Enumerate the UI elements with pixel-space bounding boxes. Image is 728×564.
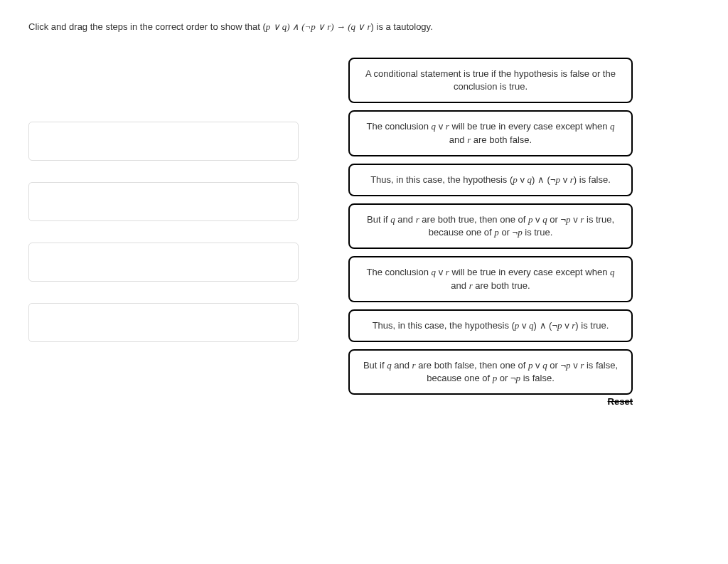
text-segment: v xyxy=(562,320,572,331)
drop-column xyxy=(28,58,299,342)
reset-button[interactable]: Reset xyxy=(608,396,633,407)
text-segment: v xyxy=(532,360,542,371)
text-segment: v xyxy=(436,267,446,277)
source-card[interactable]: Thus, in this case, the hypothesis (p v … xyxy=(348,164,633,196)
text-segment: and xyxy=(449,134,467,145)
source-column: A conditional statement is true if the h… xyxy=(348,58,633,395)
text-segment: will be true in every case except when xyxy=(449,267,610,277)
text-segment: v xyxy=(518,174,528,185)
text-segment: ) ∧ (¬ xyxy=(534,320,557,331)
source-card[interactable]: Thus, in this case, the hypothesis (p v … xyxy=(348,309,633,342)
instruction-expression: p ∨ q) ∧ (¬p ∨ r) → (q ∨ r xyxy=(266,21,371,32)
text-segment: are both false. xyxy=(471,134,532,145)
text-segment: or ¬ xyxy=(497,373,515,383)
instruction-prefix: Click and drag the steps in the correct … xyxy=(28,21,266,32)
text-segment: is true. xyxy=(523,227,553,238)
source-card[interactable]: But if q and r are both true, then one o… xyxy=(348,203,633,249)
source-card[interactable]: A conditional statement is true if the h… xyxy=(348,58,633,103)
main-area: A conditional statement is true if the h… xyxy=(28,58,700,407)
text-segment: or ¬ xyxy=(499,227,518,238)
drop-slot[interactable] xyxy=(28,122,299,161)
text-segment: are both true. xyxy=(473,280,530,291)
source-card[interactable]: But if q and r are both false, then one … xyxy=(348,349,633,395)
text-segment: Thus, in this case, the hypothesis ( xyxy=(370,174,513,185)
text-segment: ) ∧ (¬ xyxy=(532,174,555,185)
text-segment: Thus, in this case, the hypothesis ( xyxy=(373,320,515,331)
text-segment: and xyxy=(451,280,469,291)
text-segment: But if xyxy=(367,214,390,225)
text-segment: But if xyxy=(363,360,387,371)
text-segment: v xyxy=(519,320,529,331)
text-segment: or ¬ xyxy=(547,360,566,371)
instruction-suffix: ) is a tautology. xyxy=(371,21,433,32)
text-segment: ) is true. xyxy=(575,320,609,331)
drop-slot[interactable] xyxy=(28,243,299,282)
text-segment: The conclusion xyxy=(366,267,431,277)
text-segment: is false. xyxy=(520,373,555,383)
text-segment: A conditional statement is true if the h… xyxy=(365,68,616,92)
text-segment: v xyxy=(560,174,570,185)
source-card[interactable]: The conclusion q v r will be true in eve… xyxy=(348,256,633,302)
text-segment: v xyxy=(571,360,581,371)
source-wrapper: A conditional statement is true if the h… xyxy=(348,58,633,407)
source-card[interactable]: The conclusion q v r will be true in eve… xyxy=(348,110,633,156)
text-segment: and xyxy=(395,214,416,225)
text-segment: are both false, then one of xyxy=(416,360,528,371)
math-var: q xyxy=(610,121,615,132)
text-segment: v xyxy=(571,214,581,225)
drop-slot[interactable] xyxy=(28,303,299,342)
reset-row: Reset xyxy=(348,396,633,407)
text-segment: are both true, then one of xyxy=(419,214,528,225)
text-segment: and xyxy=(392,360,412,371)
math-var: q xyxy=(610,267,615,277)
instruction-text: Click and drag the steps in the correct … xyxy=(28,21,700,33)
text-segment: or ¬ xyxy=(547,214,566,225)
drop-slot[interactable] xyxy=(28,182,299,221)
text-segment: v xyxy=(436,121,446,132)
text-segment: ) is false. xyxy=(574,174,611,185)
text-segment: The conclusion xyxy=(366,121,431,132)
text-segment: v xyxy=(532,214,542,225)
text-segment: will be true in every case except when xyxy=(449,121,610,132)
